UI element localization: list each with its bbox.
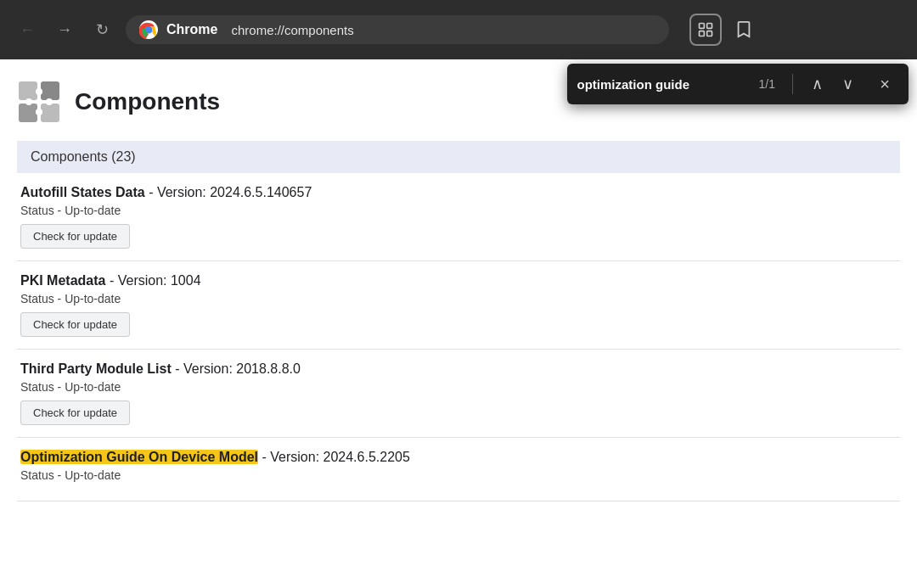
- page-title: Components: [75, 88, 220, 115]
- find-next-button[interactable]: ∨: [834, 70, 861, 98]
- find-count: 1/1: [752, 77, 782, 91]
- reload-button[interactable]: ↻: [88, 16, 115, 43]
- find-divider: [792, 74, 793, 94]
- component-name-2: Third Party Module List - Version: 2018.…: [20, 361, 886, 377]
- check-update-button-1[interactable]: Check for update: [20, 312, 130, 337]
- svg-rect-12: [25, 98, 32, 105]
- forward-button[interactable]: →: [51, 16, 78, 43]
- component-item-0: Autofill States Data - Version: 2024.6.5…: [17, 173, 900, 261]
- components-list: Autofill States Data - Version: 2024.6.5…: [17, 173, 900, 501]
- component-name-3: Optimization Guide On Device Model - Ver…: [20, 450, 886, 465]
- find-input[interactable]: [577, 77, 742, 92]
- page-content: Components Components (23) Autofill Stat…: [0, 59, 917, 518]
- svg-rect-9: [19, 104, 37, 122]
- component-version-0: - Version: 2024.6.5.140657: [149, 185, 312, 199]
- bookmark-button[interactable]: [729, 14, 759, 45]
- section-header: Components (23): [17, 141, 900, 173]
- svg-point-2: [146, 27, 152, 33]
- component-version-2: - Version: 2018.8.8.0: [175, 361, 301, 376]
- svg-rect-7: [19, 81, 37, 100]
- components-icon: [17, 80, 61, 124]
- component-name-1: PKI Metadata - Version: 1004: [20, 273, 886, 288]
- find-navigation: ∧ ∨: [803, 70, 861, 98]
- svg-rect-11: [36, 88, 42, 95]
- svg-rect-13: [36, 109, 42, 115]
- toolbar-icons: [689, 14, 759, 46]
- svg-rect-3: [700, 24, 705, 29]
- svg-rect-14: [46, 98, 53, 105]
- highlighted-name: Optimization Guide On Device Model: [20, 450, 262, 464]
- find-bar: 1/1 ∧ ∨ ×: [567, 64, 909, 104]
- component-status-2: Status - Up-to-date: [20, 380, 886, 394]
- url-display: chrome://components: [231, 23, 655, 37]
- component-status-0: Status - Up-to-date: [20, 204, 886, 217]
- component-item-1: PKI Metadata - Version: 1004 Status - Up…: [17, 261, 900, 350]
- back-button[interactable]: ←: [14, 16, 41, 43]
- check-update-button-0[interactable]: Check for update: [20, 224, 130, 249]
- highlight-span: Optimization Guide On Device Model: [20, 450, 258, 464]
- svg-rect-6: [700, 31, 705, 36]
- component-status-1: Status - Up-to-date: [20, 292, 886, 305]
- component-name-0: Autofill States Data - Version: 2024.6.5…: [20, 185, 886, 200]
- find-close-button[interactable]: ×: [871, 70, 898, 98]
- component-status-3: Status - Up-to-date: [20, 468, 886, 482]
- svg-rect-8: [41, 81, 59, 100]
- svg-rect-5: [707, 31, 712, 36]
- find-prev-button[interactable]: ∧: [803, 70, 830, 98]
- component-version-1: - Version: 1004: [110, 273, 201, 288]
- browser-name-label: Chrome: [166, 22, 217, 37]
- browser-toolbar: ← → ↻ Chrome chrome://components: [0, 0, 917, 59]
- extensions-button[interactable]: [689, 14, 722, 46]
- chrome-logo-icon: [139, 20, 158, 39]
- component-item-3: Optimization Guide On Device Model - Ver…: [17, 438, 900, 501]
- svg-rect-4: [707, 24, 712, 29]
- address-bar[interactable]: Chrome chrome://components: [126, 15, 669, 44]
- component-item-2: Third Party Module List - Version: 2018.…: [17, 350, 900, 438]
- check-update-button-2[interactable]: Check for update: [20, 400, 130, 425]
- component-version-3: - Version: 2024.6.5.2205: [262, 450, 409, 464]
- svg-rect-10: [41, 104, 59, 122]
